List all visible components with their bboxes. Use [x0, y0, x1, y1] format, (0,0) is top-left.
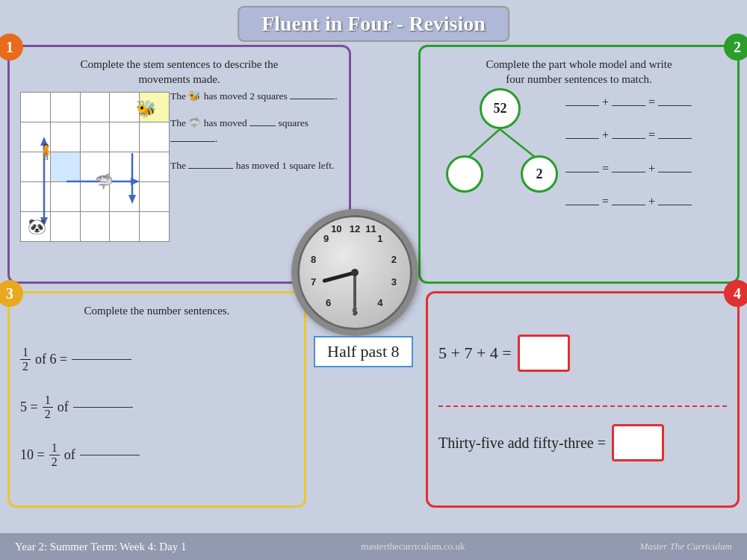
section-4-number: 4: [724, 280, 747, 307]
ns-row-2: + =: [565, 121, 730, 149]
ns-blank[interactable]: [612, 138, 645, 139]
footer-brand: Master The Curriculum: [639, 541, 732, 553]
grid-cell: [50, 93, 80, 122]
ns-blank[interactable]: [612, 105, 645, 106]
blank-2[interactable]: [249, 125, 276, 126]
clock-num-7: 7: [311, 276, 316, 287]
section-3: 3 Complete the number sentences. 1 2 of …: [7, 291, 306, 508]
clock-num-1: 1: [377, 232, 382, 243]
ns-blank[interactable]: [612, 205, 645, 205]
blank-1[interactable]: [290, 99, 335, 99]
fraction-half-2: 1 2: [43, 393, 53, 420]
ns-row-4: = +: [565, 187, 730, 216]
section-1-grid: 🐝 🧍 🦈 🐼: [20, 92, 185, 256]
clock-minute-hand: [353, 273, 356, 316]
section-3-number: 3: [0, 280, 23, 307]
grid-cell: [80, 93, 110, 122]
fraction-half-3: 1 2: [49, 441, 60, 468]
grid-cell: [80, 122, 110, 152]
fractions-area: 1 2 of 6 = 5 = 1 2 of 10 = 1 2 of: [20, 346, 297, 490]
clock-num-9: 9: [323, 232, 329, 243]
grid-cell: [50, 212, 80, 242]
number-sentences: + = + = = + = +: [565, 88, 730, 217]
panda-icon: 🐼: [28, 217, 46, 235]
frac-answer-3[interactable]: [80, 455, 140, 455]
bee-icon: 🐝: [136, 99, 156, 119]
section-2-header: Complete the part whole model and write …: [431, 57, 727, 87]
ns-blank[interactable]: [565, 172, 599, 172]
part-whole-model: 52 2: [431, 88, 573, 252]
pw-bottom-left-circle: [446, 155, 483, 193]
clock-num-12: 12: [350, 223, 360, 234]
grid-cell: [110, 212, 140, 242]
sentence-3: The has moved 1 square left.: [170, 158, 342, 174]
fraction-eq-3: 10 = 1 2 of: [20, 441, 297, 468]
section-1-number: 1: [0, 34, 23, 60]
ns-blank[interactable]: [612, 172, 645, 172]
section-3-header: Complete the number sentences.: [20, 304, 294, 319]
section-4-divider: [438, 405, 727, 407]
ns-row-1: + =: [565, 88, 730, 116]
grid-cell: [110, 93, 140, 122]
grid-cell: [140, 152, 170, 182]
grid-cell: [140, 122, 170, 152]
section-4-answer-box-1[interactable]: [518, 335, 570, 372]
clock-num-3: 3: [391, 276, 397, 287]
clock-answer-box: Half past 8: [314, 336, 413, 367]
sentence-2: The 🦈 has moved squares .: [170, 115, 342, 147]
section-4-answer-box-2[interactable]: [612, 424, 664, 461]
grid-cell: [140, 182, 170, 212]
ns-blank[interactable]: [658, 138, 692, 139]
grid-cell: [110, 122, 140, 152]
ns-blank[interactable]: [565, 138, 599, 139]
section-1-text: The 🐝 has moved 2 squares . The 🦈 has mo…: [170, 88, 342, 184]
footer: Year 2: Summer Term: Week 4: Day 1 maste…: [0, 533, 747, 560]
grid-cell: [21, 93, 51, 122]
footer-website: masterthecurriculum.co.uk: [361, 541, 465, 553]
person-icon: 🧍: [37, 143, 55, 161]
section-1-header: Complete the stem sentences to describe …: [20, 57, 338, 87]
frac-answer-1[interactable]: [72, 359, 131, 360]
arrow-down: [125, 152, 140, 204]
clock-num-10: 10: [331, 223, 341, 234]
ns-blank[interactable]: [565, 105, 599, 106]
frac-answer-2[interactable]: [73, 407, 133, 408]
pw-bottom-right-circle: 2: [521, 155, 558, 193]
clock-center-dot: [351, 269, 359, 276]
grid-cell: [80, 212, 110, 242]
sentence-1: The 🐝 has moved 2 squares .: [170, 88, 342, 105]
clock-num-6: 6: [326, 297, 331, 308]
section-4: 4 5 + 7 + 4 = Thirty-five add fifty-thre…: [426, 291, 740, 508]
section-4-bottom-eq: Thirty-five add fifty-three =: [438, 424, 727, 461]
page-title: Fluent in Four - Revision: [261, 12, 486, 36]
ns-blank[interactable]: [565, 205, 599, 205]
fraction-half-1: 1 2: [20, 346, 31, 373]
ns-row-3: = +: [565, 155, 730, 183]
clock-num-8: 8: [311, 253, 316, 264]
footer-year-label: Year 2: Summer Term: Week 4: Day 1: [15, 541, 186, 553]
clock-face: 12 1 2 3 4 5 6 7 8 9 10 11: [291, 209, 418, 336]
blank-3[interactable]: [170, 141, 215, 142]
section-4-top-eq: 5 + 7 + 4 =: [438, 335, 727, 372]
ns-blank[interactable]: [658, 105, 692, 106]
clock-container: 12 1 2 3 4 5 6 7 8 9 10 11: [291, 209, 418, 336]
clock-num-11: 11: [365, 223, 376, 234]
ns-blank[interactable]: [658, 172, 692, 172]
clock-num-4: 4: [377, 297, 382, 308]
fraction-eq-2: 5 = 1 2 of: [20, 393, 297, 420]
section-2-number: 2: [724, 34, 747, 60]
section-2: 2 Complete the part whole model and writ…: [418, 45, 740, 284]
fraction-eq-1: 1 2 of 6 =: [20, 346, 297, 373]
shark-icon: 🦈: [95, 172, 114, 190]
clock-num-2: 2: [391, 253, 397, 264]
grid-cell: [140, 212, 170, 242]
title-box: Fluent in Four - Revision: [238, 6, 509, 42]
blank-4[interactable]: [188, 168, 233, 169]
ns-blank[interactable]: [658, 205, 692, 205]
svg-marker-6: [128, 195, 136, 204]
